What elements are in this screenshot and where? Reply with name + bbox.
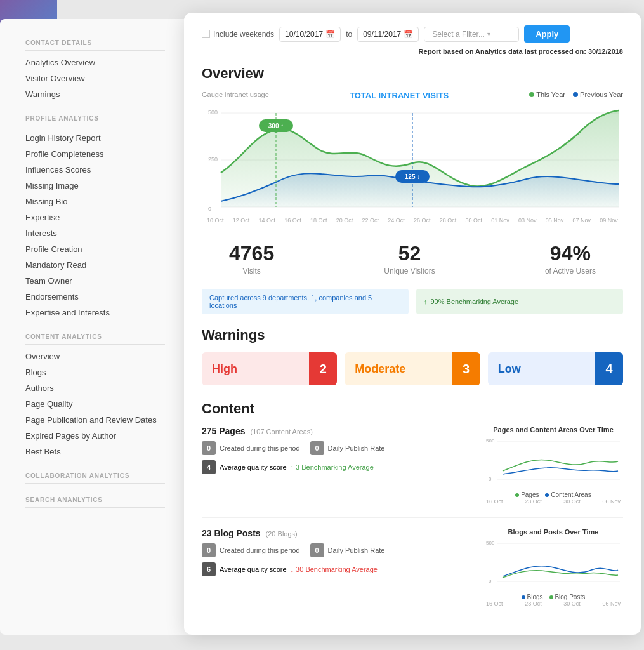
benchmark-down-icon: ↓ bbox=[291, 566, 294, 573]
blogs-created-stat: 0 Created during this period bbox=[202, 543, 300, 557]
blogs-stats: 0 Created during this period 0 Daily Pub… bbox=[202, 543, 473, 557]
warning-low-card[interactable]: Low 4 bbox=[488, 352, 623, 385]
date-from-input[interactable]: 10/10/2017 📅 bbox=[279, 27, 341, 42]
filter-select[interactable]: Select a Filter... ▾ bbox=[424, 27, 519, 42]
sidebar-divider-3 bbox=[25, 344, 165, 345]
sidebar-item-expertise-interests[interactable]: Expertise and Interests bbox=[0, 305, 190, 321]
sidebar-item-page-quality[interactable]: Page Quality bbox=[0, 396, 190, 412]
blogs-chart-legend: Blogs Blog Posts bbox=[483, 594, 623, 600]
blogs-publish-label: Daily Publish Rate bbox=[328, 547, 385, 554]
blogs-quality-row: 6 Average quality score ↓ 30 Benchmarkin… bbox=[202, 562, 473, 576]
content-pages-row: 275 Pages (107 Content Areas) 0 Created … bbox=[202, 426, 623, 505]
benchmark-up-icon: ↑ bbox=[291, 463, 294, 471]
sidebar-item-profile-creation[interactable]: Profile Creation bbox=[0, 241, 190, 257]
sidebar-item-warnings[interactable]: Warnings bbox=[0, 86, 190, 102]
sidebar-item-visitor-overview[interactable]: Visitor Overview bbox=[0, 70, 190, 86]
pages-quality-label: Average quality score bbox=[220, 463, 287, 471]
sidebar-section-title-collaboration: COLLABORATION ANALYTICS bbox=[0, 465, 190, 483]
x-axis-labels: 10 Oct12 Oct14 Oct16 Oct18 Oct20 Oct22 O… bbox=[202, 217, 623, 223]
legend-dot-green bbox=[529, 92, 534, 97]
pages-x-labels: 16 Oct23 Oct30 Oct06 Nov bbox=[483, 498, 623, 505]
blogs-chart-right: Blogs and Posts Over Time 500 0 Blogs bbox=[483, 528, 623, 607]
sidebar-item-endorsements[interactable]: Endorsements bbox=[0, 289, 190, 305]
sidebar-item-interests[interactable]: Interests bbox=[0, 225, 190, 241]
warning-low-label: Low bbox=[488, 362, 595, 376]
info-boxes: Captured across 9 departments, 1, compan… bbox=[202, 289, 623, 314]
content-stats: 0 Created during this period 0 Daily Pub… bbox=[202, 441, 473, 455]
sidebar-item-profile-completeness[interactable]: Profile Completeness bbox=[0, 146, 190, 162]
warning-moderate-label: Moderate bbox=[345, 362, 452, 376]
content-blogs-section: 23 Blog Posts (20 Blogs) 0 Created durin… bbox=[202, 528, 623, 607]
info-box-blue: Captured across 9 departments, 1, compan… bbox=[202, 289, 409, 314]
blogs-legend-posts: Blog Posts bbox=[549, 594, 586, 600]
content-title: Content bbox=[202, 401, 623, 417]
sidebar-item-page-publication[interactable]: Page Publication and Review Dates bbox=[0, 412, 190, 428]
stat-active: 94% of Active Users bbox=[545, 242, 596, 275]
sidebar-item-analytics-overview[interactable]: Analytics Overview bbox=[0, 55, 190, 70]
blogs-legend-blogs: Blogs bbox=[522, 594, 543, 600]
content-divider bbox=[202, 517, 623, 518]
blogs-quality-badge: 6 bbox=[202, 562, 216, 576]
filter-bar: Include weekends 10/10/2017 📅 to 09/11/2… bbox=[202, 25, 623, 43]
pages-benchmark: ↑ 3 Benchmarking Average bbox=[291, 463, 374, 471]
sidebar-item-missing-bio[interactable]: Missing Bio bbox=[0, 194, 190, 209]
content-areas-dot bbox=[545, 493, 549, 497]
sidebar-section-content: CONTENT ANALYTICS Overview Blogs Authors… bbox=[0, 326, 190, 460]
pages-legend-content-areas: Content Areas bbox=[545, 491, 591, 498]
sidebar-item-authors[interactable]: Authors bbox=[0, 380, 190, 396]
blogs-created-badge: 0 bbox=[202, 543, 216, 557]
posts-dot bbox=[549, 595, 553, 599]
sidebar-divider-1 bbox=[25, 50, 165, 51]
sidebar-item-login-history[interactable]: Login History Report bbox=[0, 130, 190, 146]
pages-chart-svg: 500 0 bbox=[483, 436, 623, 487]
sidebar-item-missing-image[interactable]: Missing Image bbox=[0, 178, 190, 194]
include-weekends-checkbox[interactable] bbox=[202, 30, 210, 38]
main-panel: Include weekends 10/10/2017 📅 to 09/11/2… bbox=[184, 13, 641, 635]
chart-legend: This Year Previous Year bbox=[529, 91, 623, 98]
main-chart: 500 250 0 bbox=[202, 103, 623, 217]
sidebar-item-team-owner[interactable]: Team Owner bbox=[0, 273, 190, 289]
blogs-chart-svg: 500 0 bbox=[483, 538, 623, 589]
overview-title: Overview bbox=[202, 65, 623, 82]
pages-created-label: Created during this period bbox=[220, 444, 300, 452]
legend-previous-year: Previous Year bbox=[573, 91, 623, 98]
filter-placeholder: Select a Filter... bbox=[432, 30, 485, 39]
svg-text:500: 500 bbox=[486, 540, 495, 546]
pages-header: 275 Pages (107 Content Areas) bbox=[202, 426, 473, 436]
arrow-up-icon: ↑ bbox=[424, 298, 428, 305]
warning-high-card[interactable]: High 2 bbox=[202, 352, 337, 385]
sidebar-item-influences-scores[interactable]: Influences Scores bbox=[0, 162, 190, 178]
include-weekends-wrap[interactable]: Include weekends bbox=[202, 30, 274, 39]
pages-created-stat: 0 Created during this period bbox=[202, 441, 300, 455]
svg-text:250: 250 bbox=[208, 156, 218, 162]
stat-visits-label: Visits bbox=[229, 267, 274, 275]
chart-main-title: TOTAL INTRANET VISITS bbox=[269, 91, 530, 100]
apply-button[interactable]: Apply bbox=[524, 25, 570, 43]
calendar-to-icon: 📅 bbox=[404, 30, 413, 39]
sidebar-item-content-overview[interactable]: Overview bbox=[0, 348, 190, 364]
sidebar-item-blogs[interactable]: Blogs bbox=[0, 364, 190, 380]
date-to-input[interactable]: 09/11/2017 📅 bbox=[357, 27, 419, 42]
sidebar-item-best-bets[interactable]: Best Bets bbox=[0, 444, 190, 460]
pages-created-badge: 0 bbox=[202, 441, 216, 455]
chart-header: Gauge intranet usage TOTAL INTRANET VISI… bbox=[202, 91, 623, 100]
warning-moderate-card[interactable]: Moderate 3 bbox=[345, 352, 480, 385]
info-box-green: ↑ 90% Benchmarking Average bbox=[416, 289, 623, 314]
sidebar-section-title-profile: PROFILE ANALYTICS bbox=[0, 107, 190, 126]
sidebar-section-title-contact: CONTACT DETAILS bbox=[0, 32, 190, 50]
report-date: Report based on Analytics data last proc… bbox=[202, 48, 623, 55]
sidebar-divider-4 bbox=[25, 483, 165, 484]
pages-chart-right: Pages and Content Areas Over Time 500 0 … bbox=[483, 426, 623, 505]
stat-active-number: 94% bbox=[545, 242, 596, 265]
blogs-benchmark: ↓ 30 Benchmarking Average bbox=[291, 566, 378, 573]
sidebar-section-profile: PROFILE ANALYTICS Login History Report P… bbox=[0, 107, 190, 321]
sidebar-item-expired-pages[interactable]: Expired Pages by Author bbox=[0, 428, 190, 444]
sidebar-item-mandatory-read[interactable]: Mandatory Read bbox=[0, 257, 190, 273]
sidebar-item-expertise[interactable]: Expertise bbox=[0, 209, 190, 225]
chevron-down-icon: ▾ bbox=[487, 30, 490, 37]
gauge-label: Gauge intranet usage bbox=[202, 91, 269, 98]
pages-chart-legend: Pages Content Areas bbox=[483, 491, 623, 498]
pages-publish-badge: 0 bbox=[310, 441, 324, 455]
include-weekends-label: Include weekends bbox=[213, 30, 274, 39]
blogs-created-label: Created during this period bbox=[220, 547, 300, 554]
